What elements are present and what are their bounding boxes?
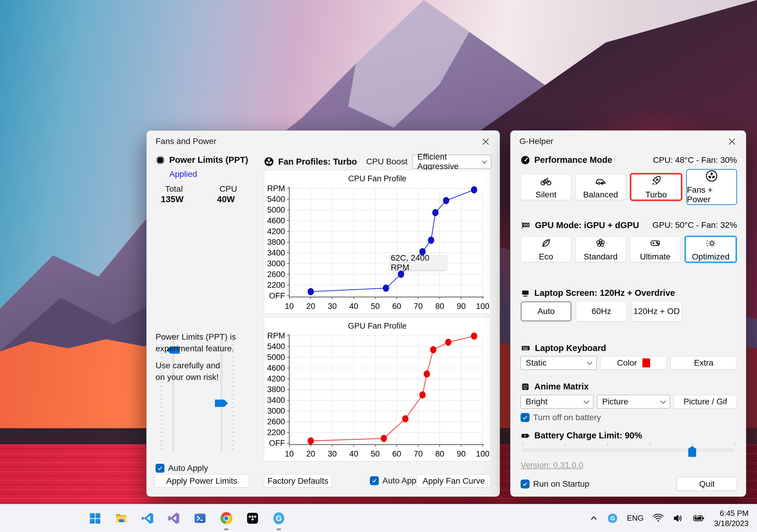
balanced-mode-button[interactable]: Balanced	[575, 174, 626, 200]
ghelper-bottom-row: Run on Startup Quit	[521, 477, 737, 491]
cpu-boost-select[interactable]: Efficient Aggressive	[412, 155, 491, 168]
speedometer-icon	[521, 155, 530, 165]
auto-apply-power-checkbox[interactable]	[156, 464, 165, 473]
screen-header: Laptop Screen: 120Hz + Overdrive	[521, 288, 675, 298]
battery-charge-slider-thumb[interactable]	[688, 446, 696, 457]
window-title: Fans and Power	[156, 137, 216, 146]
optimized-mode-button[interactable]: Optimized	[684, 236, 737, 263]
file-explorer-button[interactable]	[108, 504, 134, 532]
gpu-mode-title: GPU Mode: iGPU + dGPU	[535, 220, 639, 230]
svg-text:30: 30	[328, 302, 337, 311]
version-link[interactable]: Version: 0.31.0.0	[521, 461, 583, 470]
cpu-power-slider-thumb[interactable]	[215, 400, 228, 407]
terminal-button[interactable]	[187, 504, 213, 532]
start-button[interactable]	[82, 504, 108, 532]
anime-title: Anime Matrix	[534, 382, 589, 392]
apply-power-limits-button[interactable]: Apply Power Limits	[154, 474, 249, 488]
run-on-startup-checkbox[interactable]	[521, 480, 530, 489]
g-helper-tray-icon[interactable]: G	[607, 513, 618, 524]
ultimate-mode-button[interactable]: Ultimate	[630, 237, 681, 262]
fans-power-button[interactable]: Fans + Power	[686, 169, 737, 205]
svg-text:3800: 3800	[267, 238, 285, 247]
cpu-fan-profile-chart[interactable]: 62C, 2400 RPM CPU Fan ProfileOFF22002600…	[264, 170, 491, 314]
wifi-icon[interactable]	[652, 513, 664, 524]
fan-icon	[264, 156, 274, 167]
language-indicator[interactable]: ENG	[627, 514, 644, 523]
clock[interactable]: 6:45 PM 3/18/2023	[714, 508, 749, 528]
system-tray: G ENG 6:45 PM 3/18/2023	[589, 504, 757, 532]
vscode-button[interactable]	[134, 504, 161, 532]
svg-text:4600: 4600	[267, 364, 285, 373]
screen-auto-button[interactable]: Auto	[521, 301, 572, 322]
car-icon	[594, 175, 607, 187]
screen-header-row: Laptop Screen: 120Hz + Overdrive	[521, 288, 737, 298]
windows-start-icon	[88, 512, 102, 525]
auto-apply-power-row: Auto Apply	[156, 463, 208, 473]
svg-text:40: 40	[349, 449, 358, 458]
visual-studio-button[interactable]	[161, 504, 187, 532]
keyboard-color-button[interactable]: Color	[600, 356, 667, 370]
chrome-button[interactable]	[213, 504, 239, 532]
gpu-mode-buttons: Eco Standard Ultimate	[521, 233, 737, 266]
tray-time: 6:45 PM	[714, 508, 749, 518]
svg-text:50: 50	[371, 449, 380, 458]
turn-off-on-battery-row: Turn off on battery	[521, 413, 601, 422]
applied-link[interactable]: Applied	[169, 169, 197, 179]
battery-charging-icon[interactable]	[693, 512, 705, 524]
cpu-label: CPU	[219, 184, 237, 194]
check-icon	[157, 465, 163, 471]
auto-apply-curve-checkbox[interactable]	[370, 476, 379, 485]
matrix-icon	[521, 382, 530, 392]
gpu-header-row: GPU Mode: iGPU + dGPU GPU: 50°C - Fan: 3…	[521, 220, 737, 230]
eco-mode-button[interactable]: Eco	[521, 237, 571, 262]
quit-button[interactable]: Quit	[677, 477, 737, 491]
svg-text:80: 80	[435, 302, 444, 311]
taskbar: G G ENG 6:45	[0, 504, 757, 532]
svg-text:2600: 2600	[267, 417, 285, 426]
screen-120hz-od-button[interactable]: 120Hz + OD	[631, 301, 682, 322]
anime-picture-gif-button[interactable]: Picture / Gif	[674, 395, 737, 408]
taskbar-icons: G	[82, 504, 292, 532]
svg-text:3800: 3800	[267, 385, 285, 394]
tidal-button[interactable]	[239, 504, 266, 532]
keyboard-title: Laptop Keyboard	[535, 343, 606, 353]
fan-icon	[705, 170, 718, 182]
turbo-mode-button[interactable]: Turbo	[630, 173, 682, 201]
battery-charge-slider[interactable]	[522, 443, 735, 458]
apply-fan-curve-button[interactable]: Apply Fan Curve	[417, 474, 491, 488]
anime-header-row: Anime Matrix	[521, 382, 737, 392]
tray-chevron-up-icon[interactable]	[589, 514, 598, 523]
factory-defaults-button[interactable]: Factory Defaults	[264, 474, 332, 488]
keyboard-extra-button[interactable]: Extra	[670, 356, 737, 370]
run-on-startup-label: Run on Startup	[533, 479, 589, 489]
svg-text:4200: 4200	[267, 374, 285, 383]
keyboard-color-swatch	[642, 358, 650, 367]
keyboard-controls-row: Static Color Extra	[521, 356, 737, 370]
fan-profiles-title: Fan Profiles: Turbo	[278, 157, 357, 167]
keyboard-mode-select[interactable]: Static	[521, 356, 597, 370]
anime-controls-row: Bright Picture Picture / Gif	[521, 395, 737, 408]
standard-mode-button[interactable]: Standard	[575, 237, 626, 262]
battery-title: Battery Charge Limit: 90%	[534, 431, 642, 440]
svg-text:5000: 5000	[267, 353, 285, 362]
svg-text:2600: 2600	[267, 270, 285, 279]
g-helper-button[interactable]: G	[266, 504, 292, 532]
silent-mode-button[interactable]: Silent	[521, 174, 571, 200]
svg-text:OFF: OFF	[269, 291, 285, 300]
svg-text:70: 70	[414, 449, 423, 458]
volume-icon[interactable]	[673, 513, 684, 524]
screen-60hz-button[interactable]: 60Hz	[576, 301, 627, 322]
close-button[interactable]	[725, 135, 739, 148]
turn-off-on-battery-checkbox[interactable]	[521, 413, 530, 422]
anime-brightness-select[interactable]: Bright	[521, 395, 593, 408]
svg-text:3000: 3000	[267, 406, 285, 415]
cpu-value: 40W	[217, 194, 235, 204]
gpu-fan-profile-chart[interactable]: GPU Fan ProfileOFF2200260030003400380042…	[264, 317, 491, 461]
close-button[interactable]	[479, 135, 493, 148]
keyboard-header: Laptop Keyboard	[521, 343, 606, 353]
svg-text:G: G	[610, 515, 615, 521]
slider-track[interactable]	[522, 449, 735, 452]
screen-option-buttons: Auto 60Hz 120Hz + OD	[521, 301, 737, 322]
anime-content-select[interactable]: Picture	[597, 395, 670, 408]
svg-text:3400: 3400	[267, 396, 285, 405]
